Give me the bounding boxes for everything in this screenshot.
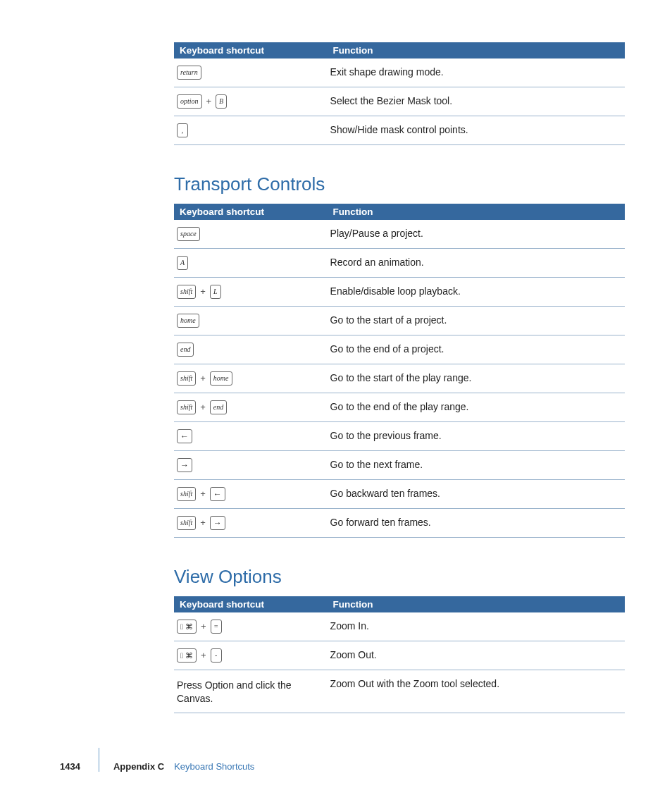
table1-body: returnExit shape drawing mode.option+BSe… xyxy=(174,58,625,145)
table-row: returnExit shape drawing mode. xyxy=(174,58,625,87)
key-shift: shift xyxy=(177,371,196,386)
key-space: space xyxy=(177,227,200,241)
key-,: , xyxy=(177,123,188,137)
key-=: = xyxy=(211,620,222,634)
function-cell: Go to the end of a project. xyxy=(328,335,625,364)
key-sequence: shift+home xyxy=(177,371,322,386)
function-cell: Play/Pause a project. xyxy=(328,220,625,249)
content: Keyboard shortcut Function returnExit sh… xyxy=(174,42,625,713)
appendix-label: Appendix C xyxy=(113,761,164,772)
table-row: shift+endGo to the end of the play range… xyxy=(174,393,625,422)
table-row: homeGo to the start of a project. xyxy=(174,307,625,335)
shortcut-cell: home xyxy=(174,307,328,335)
key-sequence: shift+→ xyxy=(177,516,322,530)
key-l: L xyxy=(210,285,221,299)
key-a: A xyxy=(177,256,188,270)
table-header-shortcut: Keyboard shortcut xyxy=(174,204,328,220)
key-home: home xyxy=(210,371,232,386)
key-sequence: return xyxy=(177,66,322,80)
appendix-title: Keyboard Shortcuts xyxy=(174,761,254,772)
shortcut-table-view: Keyboard shortcut Function  ⌘+=Zoom In.… xyxy=(174,596,625,713)
arrow-right-key-icon: → xyxy=(210,516,225,530)
key-end: end xyxy=(210,400,227,414)
key-option: option xyxy=(177,94,202,109)
function-cell: Go to the end of the play range. xyxy=(328,393,625,422)
shortcut-cell: shift+→ xyxy=(174,509,328,538)
key-sequence: → xyxy=(177,458,322,472)
key-sequence:  ⌘+- xyxy=(177,648,322,663)
function-cell: Go to the next frame. xyxy=(328,451,625,480)
function-cell: Go to the previous frame. xyxy=(328,422,625,451)
page: Keyboard shortcut Function returnExit sh… xyxy=(0,0,672,713)
arrow-left-key-icon: ← xyxy=(210,487,225,501)
key-return: return xyxy=(177,66,201,80)
plus-separator: + xyxy=(199,649,208,662)
table-header-shortcut: Keyboard shortcut xyxy=(174,596,328,612)
key-sequence: end xyxy=(177,343,322,357)
shortcut-cell: → xyxy=(174,451,328,480)
table-row: spacePlay/Pause a project. xyxy=(174,220,625,249)
plus-separator: + xyxy=(199,401,207,414)
plus-separator: + xyxy=(199,372,207,385)
key-sequence: A xyxy=(177,256,322,270)
table-row: shift+homeGo to the start of the play ra… xyxy=(174,364,625,393)
table-row: →Go to the next frame. xyxy=(174,451,625,480)
table-row:  ⌘+=Zoom In. xyxy=(174,612,625,641)
function-cell: Zoom In. xyxy=(328,612,625,641)
command-key-icon:  ⌘ xyxy=(177,648,197,663)
table2-body: spacePlay/Pause a project.ARecord an ani… xyxy=(174,220,625,538)
key-sequence: shift+← xyxy=(177,487,322,501)
footer: 1434 Appendix C Keyboard Shortcuts xyxy=(60,748,623,772)
function-cell: Exit shape drawing mode. xyxy=(328,58,625,87)
arrow-left-key-icon: ← xyxy=(177,429,192,443)
key-sequence: shift+L xyxy=(177,285,322,299)
command-key-icon:  ⌘ xyxy=(177,620,197,634)
plus-separator: + xyxy=(205,95,213,108)
page-number: 1434 xyxy=(60,761,80,772)
table-header-function: Function xyxy=(328,596,625,612)
shortcut-cell: shift+end xyxy=(174,393,328,422)
shortcut-cell: end xyxy=(174,335,328,364)
function-cell: Zoom Out with the Zoom tool selected. xyxy=(328,670,625,713)
key-shift: shift xyxy=(177,516,196,530)
key-sequence: space xyxy=(177,227,322,241)
plus-separator: + xyxy=(199,285,207,298)
plus-separator: + xyxy=(199,517,207,529)
shortcut-table-1: Keyboard shortcut Function returnExit sh… xyxy=(174,42,625,145)
function-cell: Zoom Out. xyxy=(328,641,625,670)
table-row: shift+←Go backward ten frames. xyxy=(174,480,625,509)
function-cell: Show/Hide mask control points. xyxy=(328,116,625,145)
shortcut-cell: A xyxy=(174,249,328,278)
shortcut-cell: space xyxy=(174,220,328,249)
footer-rule xyxy=(99,748,99,772)
shortcut-cell: shift+← xyxy=(174,480,328,509)
shortcut-cell: shift+L xyxy=(174,278,328,307)
function-cell: Go to the start of the play range. xyxy=(328,364,625,393)
table-header-function: Function xyxy=(328,204,625,220)
key-shift: shift xyxy=(177,285,196,299)
function-cell: Enable/disable loop playback. xyxy=(328,278,625,307)
table-row: shift+LEnable/disable loop playback. xyxy=(174,278,625,307)
function-cell: Go forward ten frames. xyxy=(328,509,625,538)
heading-transport-controls: Transport Controls xyxy=(174,173,625,195)
table-row: Press Option and click the Canvas.Zoom O… xyxy=(174,670,625,713)
shortcut-cell: ← xyxy=(174,422,328,451)
shortcut-cell: Press Option and click the Canvas. xyxy=(174,670,328,713)
plus-separator: + xyxy=(199,488,207,500)
key-sequence: , xyxy=(177,123,322,137)
shortcut-cell:  ⌘+- xyxy=(174,641,328,670)
key--: - xyxy=(211,648,222,663)
function-cell: Go backward ten frames. xyxy=(328,480,625,509)
shortcut-text: Press Option and click the Canvas. xyxy=(177,677,322,706)
key-shift: shift xyxy=(177,400,196,414)
shortcut-cell: return xyxy=(174,58,328,87)
table-header-shortcut: Keyboard shortcut xyxy=(174,42,328,58)
key-b: B xyxy=(216,94,227,109)
key-end: end xyxy=(177,343,194,357)
function-cell: Go to the start of a project. xyxy=(328,307,625,335)
key-sequence: home xyxy=(177,314,322,328)
table-row: ARecord an animation. xyxy=(174,249,625,278)
shortcut-table-transport: Keyboard shortcut Function spacePlay/Pau… xyxy=(174,204,625,538)
heading-view-options: View Options xyxy=(174,566,625,588)
table-row: endGo to the end of a project. xyxy=(174,335,625,364)
